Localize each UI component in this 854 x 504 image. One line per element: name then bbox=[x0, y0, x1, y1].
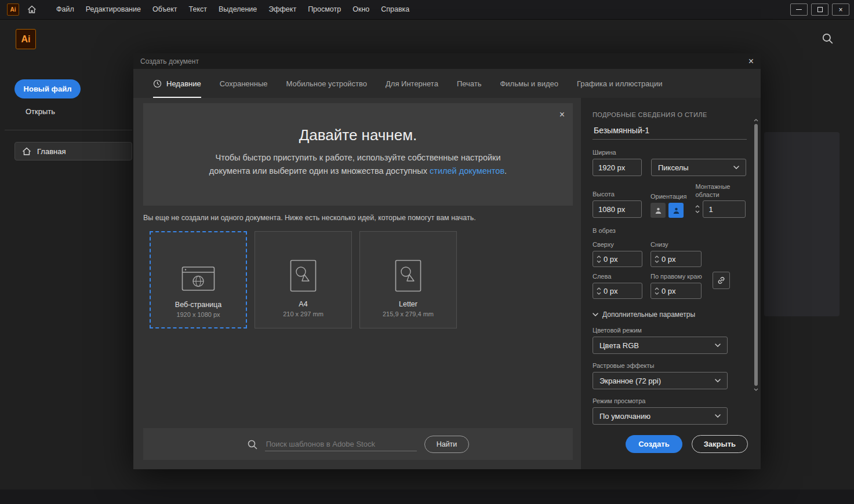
color-mode-dropdown[interactable]: Цвета RGB bbox=[593, 337, 728, 354]
new-file-button[interactable]: Новый файл bbox=[14, 79, 81, 98]
menu-file[interactable]: Файл bbox=[50, 0, 80, 19]
bleed-left-label: Слева bbox=[593, 273, 642, 280]
dialog-close-icon[interactable]: × bbox=[748, 57, 754, 66]
width-label: Ширина bbox=[593, 149, 748, 156]
menu-view[interactable]: Просмотр bbox=[302, 0, 347, 19]
tab-art-illustration[interactable]: Графика и иллюстрации bbox=[577, 69, 662, 98]
raster-effects-label: Растровые эффекты bbox=[593, 362, 748, 369]
illustrator-logo: Ai bbox=[16, 29, 36, 49]
menu-help[interactable]: Справка bbox=[375, 0, 415, 19]
background-panel bbox=[764, 132, 840, 316]
stock-search-bar: Найти bbox=[143, 428, 573, 460]
units-value: Пикселы bbox=[658, 163, 689, 172]
preview-mode-value: По умолчанию bbox=[599, 412, 651, 421]
welcome-banner: × Давайте начнем. Чтобы быстро приступит… bbox=[143, 103, 573, 206]
bleed-label: В обрез bbox=[593, 227, 748, 234]
menu-bar: Файл Редактирование Объект Текст Выделен… bbox=[50, 0, 415, 19]
bleed-left-stepper[interactable]: 0 px bbox=[593, 283, 642, 299]
find-button[interactable]: Найти bbox=[424, 436, 470, 453]
search-icon bbox=[247, 439, 257, 450]
preview-mode-dropdown[interactable]: По умолчанию bbox=[593, 407, 728, 425]
dialog-title: Создать документ bbox=[140, 57, 199, 65]
create-button[interactable]: Создать bbox=[626, 435, 682, 453]
orientation-portrait-button[interactable] bbox=[651, 203, 666, 218]
tab-film-video[interactable]: Фильмы и видео bbox=[500, 69, 558, 98]
bleed-link-button[interactable] bbox=[713, 272, 730, 289]
document-name-input[interactable] bbox=[593, 124, 747, 140]
sidebar-item-home[interactable]: Главная bbox=[14, 142, 132, 160]
clock-icon bbox=[153, 79, 162, 88]
maximize-icon bbox=[817, 7, 823, 12]
stepper-arrows-icon[interactable] bbox=[651, 287, 662, 295]
chevron-down-icon bbox=[715, 344, 721, 347]
menu-effect[interactable]: Эффект bbox=[263, 0, 302, 19]
banner-line2-end: . bbox=[504, 166, 507, 176]
template-card-web-page[interactable]: Веб-страница 1920 x 1080 px bbox=[150, 231, 247, 328]
width-input[interactable] bbox=[593, 159, 642, 176]
menu-edit[interactable]: Редактирование bbox=[80, 0, 147, 19]
chevron-down-icon bbox=[715, 414, 721, 418]
scroll-down-icon[interactable] bbox=[754, 388, 758, 391]
bleed-left-value: 0 px bbox=[604, 287, 618, 295]
units-dropdown[interactable]: Пикселы bbox=[651, 159, 746, 176]
menu-object[interactable]: Объект bbox=[147, 0, 183, 19]
tab-web[interactable]: Для Интернета bbox=[386, 69, 438, 98]
panel-scrollbar[interactable] bbox=[753, 119, 758, 443]
stepper-arrows-icon[interactable] bbox=[593, 255, 604, 263]
stock-search-input[interactable] bbox=[265, 437, 417, 451]
tab-print[interactable]: Печать bbox=[457, 69, 482, 98]
menu-select[interactable]: Выделение bbox=[213, 0, 263, 19]
raster-effects-dropdown[interactable]: Экранное (72 ppi) bbox=[593, 372, 728, 389]
orientation-landscape-button[interactable] bbox=[668, 203, 684, 218]
bleed-bottom-stepper[interactable]: 0 px bbox=[651, 251, 702, 267]
minimize-button[interactable] bbox=[790, 3, 808, 16]
close-window-button[interactable]: × bbox=[832, 3, 849, 16]
template-card-a4[interactable]: A4 210 x 297 mm bbox=[255, 231, 352, 328]
banner-line2: документа или выберите один из множества… bbox=[209, 166, 430, 176]
scrollbar-thumb[interactable] bbox=[754, 124, 758, 386]
bleed-top-value: 0 px bbox=[604, 255, 618, 264]
bleed-top-stepper[interactable]: 0 px bbox=[593, 251, 642, 267]
tab-saved[interactable]: Сохраненные bbox=[220, 69, 268, 98]
height-label: Высота bbox=[593, 191, 642, 198]
tab-recent[interactable]: Недавние bbox=[153, 69, 201, 98]
close-dialog-button[interactable]: Закрыть bbox=[692, 435, 748, 453]
artboards-value[interactable]: 1 bbox=[703, 200, 746, 218]
maximize-button[interactable] bbox=[811, 3, 828, 16]
stepper-arrows-icon[interactable] bbox=[593, 287, 604, 295]
artboards-label: Монтажные bbox=[695, 183, 746, 190]
banner-close-icon[interactable]: × bbox=[559, 110, 565, 119]
color-mode-value: Цвета RGB bbox=[599, 341, 639, 350]
search-icon[interactable] bbox=[822, 32, 833, 44]
banner-title: Давайте начнем. bbox=[143, 126, 573, 144]
raster-effects-value: Экранное (72 ppi) bbox=[599, 377, 661, 385]
empty-state-hint: Вы еще не создали ни одного документа. Н… bbox=[143, 214, 476, 222]
tab-mobile[interactable]: Мобильное устройство bbox=[286, 69, 368, 98]
banner-text: Чтобы быстро приступить к работе, исполь… bbox=[143, 151, 573, 178]
document-presets-link[interactable]: стилей документов bbox=[430, 166, 504, 176]
template-cards: Веб-страница 1920 x 1080 px A4 210 x 297… bbox=[150, 231, 457, 328]
stepper-arrows-icon[interactable] bbox=[695, 205, 700, 213]
color-mode-label: Цветовой режим bbox=[593, 327, 748, 334]
height-input[interactable] bbox=[593, 200, 642, 218]
sidebar-divider bbox=[5, 130, 132, 130]
advanced-options-expander[interactable]: Дополнительные параметры bbox=[593, 311, 748, 319]
template-card-letter[interactable]: Letter 215,9 x 279,4 mm bbox=[359, 231, 457, 328]
artboards-stepper[interactable]: 1 bbox=[695, 200, 746, 218]
document-icon bbox=[290, 232, 317, 292]
menu-window[interactable]: Окно bbox=[347, 0, 375, 19]
banner-line1: Чтобы быстро приступить к работе, исполь… bbox=[215, 153, 500, 162]
app-window: Ai Файл Редактирование Объект Текст Выде… bbox=[0, 0, 854, 504]
scroll-up-icon[interactable] bbox=[754, 119, 758, 122]
open-button[interactable]: Открыть bbox=[26, 107, 55, 116]
bottom-bar bbox=[0, 490, 854, 504]
bleed-right-stepper[interactable]: 0 px bbox=[651, 283, 702, 299]
template-name: A4 bbox=[299, 300, 307, 308]
menu-type[interactable]: Текст bbox=[183, 0, 213, 19]
bleed-right-label: По правому краю bbox=[651, 273, 702, 280]
stepper-arrows-icon[interactable] bbox=[651, 255, 662, 263]
home-icon[interactable] bbox=[27, 5, 37, 14]
template-size: 210 x 297 mm bbox=[283, 311, 324, 317]
dialog-titlebar: Создать документ × bbox=[133, 53, 761, 69]
dialog-content: × Давайте начнем. Чтобы быстро приступит… bbox=[133, 98, 581, 469]
